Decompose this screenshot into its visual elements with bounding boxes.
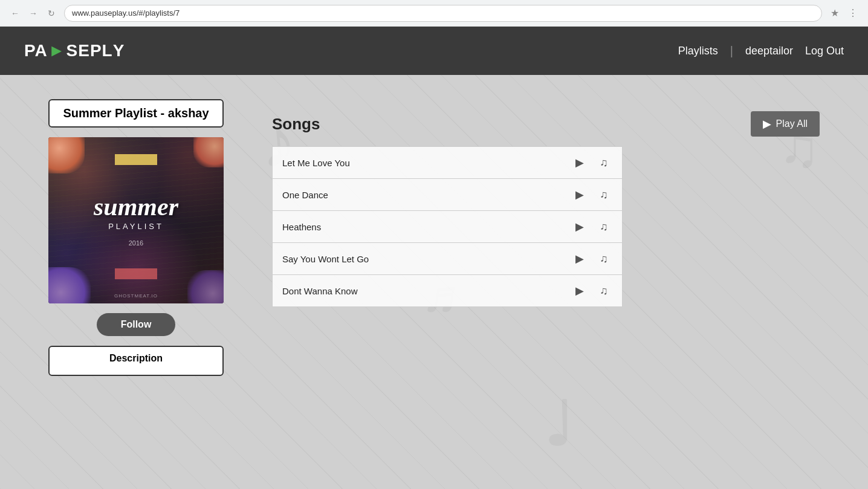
song-list: Let Me Love You ▶ ♫ One Dance ▶ ♫ Heathe… <box>272 146 623 306</box>
play-song-button-0[interactable]: ▶ <box>571 154 588 171</box>
url-text: www.pauseplay.us/#/playlists/7 <box>72 8 180 18</box>
description-label: Description <box>109 353 163 363</box>
song-name-4: Dont Wanna Know <box>282 286 571 296</box>
song-row: Dont Wanna Know ▶ ♫ <box>272 274 623 307</box>
song-name-3: Say You Wont Let Go <box>282 254 571 264</box>
queue-song-button-3[interactable]: ♫ <box>595 250 612 267</box>
queue-song-button-2[interactable]: ♫ <box>595 218 612 235</box>
play-all-label: Play All <box>776 118 808 129</box>
play-song-button-3[interactable]: ▶ <box>571 250 588 267</box>
cover-art: summer PLAYLIST 2016 GHOSTMEAT.IO <box>48 137 224 303</box>
cover-flower-tl <box>48 137 85 173</box>
play-song-button-2[interactable]: ▶ <box>571 218 588 235</box>
refresh-button[interactable]: ↻ <box>44 5 59 21</box>
cover-tape-top <box>115 154 157 165</box>
logo-pause: PA <box>24 41 48 60</box>
nav-links: Playlists | deeptailor Log Out <box>678 44 844 58</box>
logo-play-icon: ► <box>48 41 66 60</box>
queue-song-button-4[interactable]: ♫ <box>595 282 612 299</box>
songs-title: Songs <box>272 115 320 134</box>
follow-button[interactable]: Follow <box>97 313 176 336</box>
page-background: ♪ ♬ ♩ ♫ PA►SEPLY Playlists | deeptailor … <box>0 27 868 489</box>
left-column: Summer Playlist - akshay summer PLAYLIST… <box>48 99 224 376</box>
song-name-1: One Dance <box>282 190 571 200</box>
nav-divider: | <box>730 44 733 58</box>
browser-actions: ★ ⋮ <box>827 5 861 21</box>
forward-button[interactable]: → <box>25 5 41 21</box>
star-button[interactable]: ★ <box>827 5 843 21</box>
cover-flower-br <box>187 270 224 303</box>
logo[interactable]: PA►SEPLY <box>24 41 125 60</box>
songs-header: Songs ▶ Play All <box>272 111 820 137</box>
song-name-2: Heathens <box>282 222 571 232</box>
nav-username: deeptailor <box>745 45 793 57</box>
back-button[interactable]: ← <box>7 5 23 21</box>
cover-flower-bl <box>48 267 91 303</box>
cover-flower-tr <box>193 137 224 167</box>
song-row: One Dance ▶ ♫ <box>272 178 623 211</box>
description-box: Description <box>48 346 224 376</box>
play-song-button-1[interactable]: ▶ <box>571 186 588 203</box>
song-row: Heathens ▶ ♫ <box>272 210 623 243</box>
song-actions-1: ▶ ♫ <box>571 186 612 203</box>
right-column: Songs ▶ Play All Let Me Love You ▶ ♫ One… <box>272 99 820 376</box>
browser-chrome: ← → ↻ www.pauseplay.us/#/playlists/7 ★ ⋮ <box>0 0 868 27</box>
song-actions-4: ▶ ♫ <box>571 282 612 299</box>
playlist-title: Summer Playlist - akshay <box>48 99 224 128</box>
song-actions-3: ▶ ♫ <box>571 250 612 267</box>
address-bar[interactable]: www.pauseplay.us/#/playlists/7 <box>64 5 822 22</box>
play-all-icon: ▶ <box>763 117 771 131</box>
song-row: Let Me Love You ▶ ♫ <box>272 146 623 179</box>
cover-year: 2016 <box>94 239 178 247</box>
cover-summer-text: summer <box>94 194 178 219</box>
cover-credit: GHOSTMEAT.IO <box>114 293 158 299</box>
play-song-button-4[interactable]: ▶ <box>571 282 588 299</box>
song-row: Say You Wont Let Go ▶ ♫ <box>272 242 623 275</box>
play-all-button[interactable]: ▶ Play All <box>751 111 820 137</box>
queue-song-button-0[interactable]: ♫ <box>595 154 612 171</box>
song-actions-2: ▶ ♫ <box>571 218 612 235</box>
song-name-0: Let Me Love You <box>282 158 571 168</box>
cover-text-area: summer PLAYLIST 2016 <box>94 194 178 247</box>
playlist-cover: summer PLAYLIST 2016 GHOSTMEAT.IO <box>48 137 224 303</box>
song-actions-0: ▶ ♫ <box>571 154 612 171</box>
main-content: Summer Playlist - akshay summer PLAYLIST… <box>0 75 868 400</box>
cover-playlist-label: PLAYLIST <box>94 222 178 231</box>
logo-play: SEPL <box>66 41 113 60</box>
logout-link[interactable]: Log Out <box>805 45 844 57</box>
cover-tape-bottom <box>115 268 157 279</box>
playlists-link[interactable]: Playlists <box>678 45 718 57</box>
menu-button[interactable]: ⋮ <box>845 5 861 21</box>
queue-song-button-1[interactable]: ♫ <box>595 186 612 203</box>
navbar: PA►SEPLY Playlists | deeptailor Log Out <box>0 27 868 75</box>
browser-nav-buttons: ← → ↻ <box>7 5 59 21</box>
logo-end: Y <box>113 41 125 60</box>
